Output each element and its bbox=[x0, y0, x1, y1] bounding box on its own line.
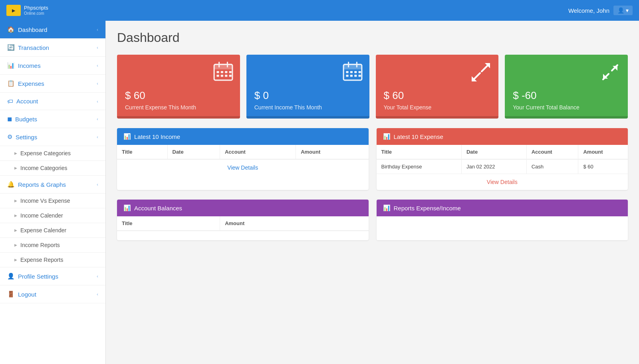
table-row: Birthday Expense Jan 02 2022 Cash $ 60 bbox=[377, 159, 628, 174]
sidebar-item-transaction[interactable]: 🔄 Transaction ‹ bbox=[0, 39, 105, 57]
logout-icon: 🚪 bbox=[7, 291, 15, 298]
stat-card-label-total-expense: Your Total Expense bbox=[384, 104, 491, 111]
panels-row-1: 📊 Latest 10 Income Title Date Account Am… bbox=[117, 128, 628, 190]
stat-card-total-expense: $ 60 Your Total Expense bbox=[376, 55, 499, 119]
chevron-settings: ‹ bbox=[97, 135, 98, 139]
sidebar-item-reports[interactable]: 🔔 Reports & Graphs ‹ bbox=[0, 176, 105, 194]
layout: 🏠 Dashboard ‹ 🔄 Transaction ‹ 📊 Incomes … bbox=[0, 21, 639, 364]
sidebar-label-income-vs-expense: Income Vs Expense bbox=[20, 198, 70, 204]
stat-card-bar-income bbox=[246, 116, 369, 119]
svg-rect-20 bbox=[346, 75, 348, 77]
sidebar-subitem-expense-calender[interactable]: Expense Calender bbox=[0, 223, 105, 238]
user-menu-button[interactable]: 👤 ▾ bbox=[613, 6, 633, 15]
sidebar-subitem-expense-categories[interactable]: Expense Categories bbox=[0, 146, 105, 161]
account-icon: 🏷 bbox=[7, 98, 13, 105]
stat-card-label-expense: Current Expense This Month bbox=[125, 104, 232, 111]
sidebar-subitem-income-reports[interactable]: Income Reports bbox=[0, 238, 105, 253]
stat-card-amount-balance: $ -60 bbox=[513, 89, 620, 102]
sidebar-item-account[interactable]: 🏷 Account ‹ bbox=[0, 93, 105, 110]
welcome-text: Welcome, John bbox=[568, 7, 609, 14]
expense-table-body: Birthday Expense Jan 02 2022 Cash $ 60 bbox=[377, 159, 628, 174]
expense-panel: 📊 Latest 10 Expense Title Date Account A… bbox=[377, 128, 628, 190]
reports-expense-income-panel: 📊 Reports Expense/Income bbox=[377, 200, 628, 240]
account-col-amount: Amount bbox=[220, 216, 369, 231]
sidebar-subitem-income-calender[interactable]: Income Calender bbox=[0, 208, 105, 223]
income-col-amount: Amount bbox=[296, 145, 369, 159]
income-panel: 📊 Latest 10 Income Title Date Account Am… bbox=[117, 128, 369, 190]
chevron-profile: ‹ bbox=[97, 274, 98, 279]
svg-rect-13 bbox=[343, 64, 362, 69]
svg-rect-9 bbox=[221, 75, 223, 77]
home-icon: 🏠 bbox=[7, 26, 15, 33]
sidebar-item-settings[interactable]: ⚙ Settings ‹ bbox=[0, 128, 105, 146]
svg-rect-10 bbox=[225, 75, 227, 77]
stat-card-amount-total-expense: $ 60 bbox=[384, 89, 491, 102]
calendar-icon-income bbox=[342, 61, 363, 83]
sidebar-label-income-calender: Income Calender bbox=[20, 212, 63, 219]
expense-row-account: Cash bbox=[526, 159, 578, 174]
svg-rect-1 bbox=[214, 64, 232, 69]
sidebar-label-expense-calender: Expense Calender bbox=[20, 227, 66, 233]
reports-icon: 🔔 bbox=[7, 181, 15, 188]
svg-rect-23 bbox=[358, 75, 361, 77]
stat-card-label-income: Current Income This Month bbox=[254, 104, 361, 111]
account-col-title: Title bbox=[117, 216, 220, 231]
page-title: Dashboard bbox=[117, 30, 628, 45]
svg-rect-8 bbox=[216, 75, 219, 77]
transaction-icon: 🔄 bbox=[7, 44, 15, 51]
arrows-expand-icon bbox=[470, 61, 492, 85]
svg-rect-19 bbox=[358, 71, 361, 73]
stat-card-amount-expense: $ 60 bbox=[125, 89, 232, 102]
expense-col-title: Title bbox=[377, 145, 462, 159]
svg-rect-21 bbox=[350, 75, 352, 77]
sidebar-label-incomes: Incomes bbox=[18, 62, 41, 69]
chevron-logout: ‹ bbox=[97, 292, 98, 297]
chevron-account: ‹ bbox=[97, 99, 98, 104]
sidebar-item-profile-settings[interactable]: 👤 Profile Settings ‹ bbox=[0, 267, 105, 285]
sidebar-subitem-income-categories[interactable]: Income Categories bbox=[0, 161, 105, 176]
sidebar-subitem-income-vs-expense[interactable]: Income Vs Expense bbox=[0, 194, 105, 208]
svg-rect-17 bbox=[350, 71, 352, 73]
topnav-right: Welcome, John 👤 ▾ bbox=[568, 6, 633, 15]
logo-text: Phpscripts Online.com bbox=[24, 5, 48, 16]
expense-row-title: Birthday Expense bbox=[377, 159, 462, 174]
income-view-details[interactable]: View Details bbox=[117, 160, 369, 176]
chevron-expenses: ‹ bbox=[97, 81, 98, 86]
account-balances-table: Title Amount bbox=[117, 216, 369, 231]
chevron-transaction: ‹ bbox=[97, 45, 98, 50]
sidebar-label-expense-categories: Expense Categories bbox=[20, 150, 71, 156]
expense-panel-header: 📊 Latest 10 Expense bbox=[377, 128, 628, 145]
reports-expense-income-header: 📊 Reports Expense/Income bbox=[377, 200, 628, 216]
sidebar-label-budgets: Budgets bbox=[15, 116, 37, 123]
sidebar-label-income-reports: Income Reports bbox=[20, 242, 60, 248]
income-panel-title: Latest 10 Income bbox=[134, 133, 180, 140]
sidebar-item-dashboard[interactable]: 🏠 Dashboard ‹ bbox=[0, 21, 105, 39]
expense-view-details[interactable]: View Details bbox=[377, 174, 628, 190]
sidebar-item-budgets[interactable]: ◼ Budgets ‹ bbox=[0, 110, 105, 128]
svg-rect-4 bbox=[216, 71, 219, 73]
topnav: ▶ Phpscripts Online.com Welcome, John 👤 … bbox=[0, 0, 639, 21]
svg-rect-11 bbox=[229, 75, 231, 77]
sidebar-label-profile-settings: Profile Settings bbox=[18, 273, 58, 280]
profile-icon: 👤 bbox=[7, 273, 15, 280]
sidebar-item-incomes[interactable]: 📊 Incomes ‹ bbox=[0, 57, 105, 75]
sidebar-label-dashboard: Dashboard bbox=[18, 26, 47, 33]
sidebar-label-transaction: Transaction bbox=[18, 44, 49, 51]
expense-col-amount: Amount bbox=[578, 145, 628, 159]
sidebar-label-expense-reports: Expense Reports bbox=[20, 257, 63, 263]
svg-rect-18 bbox=[354, 71, 357, 73]
expense-row-date: Jan 02 2022 bbox=[461, 159, 526, 174]
stat-card-total-balance: $ -60 Your Current Total Balance bbox=[505, 55, 628, 119]
chevron-incomes: ‹ bbox=[97, 63, 98, 68]
sidebar-subitem-expense-reports[interactable]: Expense Reports bbox=[0, 253, 105, 267]
main-content: Dashboard bbox=[106, 21, 639, 364]
sidebar-item-expenses[interactable]: 📋 Expenses ‹ bbox=[0, 75, 105, 93]
chevron-dashboard: ‹ bbox=[97, 27, 98, 32]
sidebar-item-logout[interactable]: 🚪 Logout ‹ bbox=[0, 285, 105, 303]
budgets-icon: ◼ bbox=[7, 115, 12, 123]
user-icon: 👤 bbox=[617, 7, 624, 14]
svg-rect-22 bbox=[354, 75, 357, 77]
sidebar-label-account: Account bbox=[16, 98, 38, 105]
income-col-account: Account bbox=[220, 145, 296, 159]
svg-rect-7 bbox=[229, 71, 231, 73]
